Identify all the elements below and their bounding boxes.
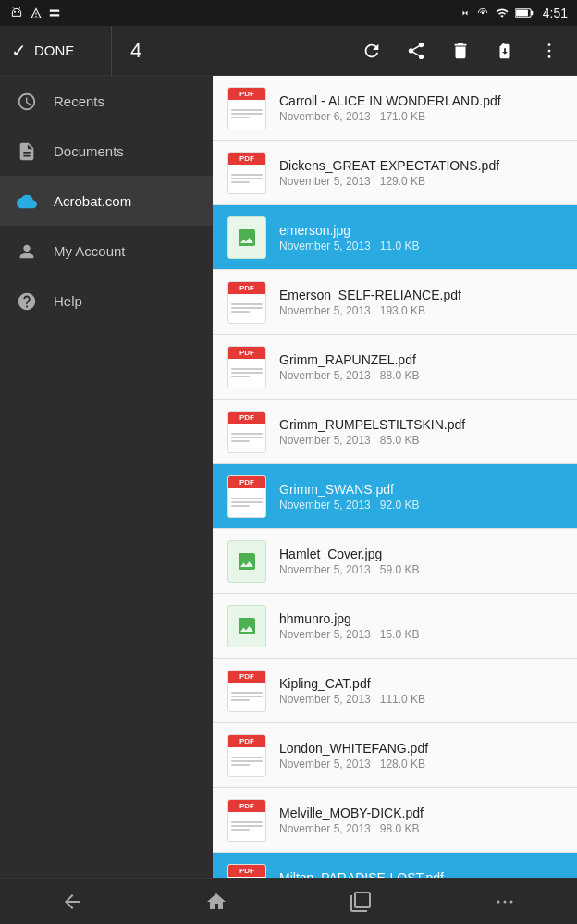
file-item[interactable]: PDF Carroll - ALICE IN WONDERLAND.pdf No… (213, 76, 577, 141)
file-info: Grimm_SWANS.pdf November 5, 2013 92.0 KB (279, 482, 564, 511)
status-icons-left (9, 6, 61, 20)
pdf-icon: PDF (227, 281, 266, 324)
file-icon-wrap: PDF (226, 346, 268, 388)
main-content: Recents Documents Acrobat.com (0, 76, 577, 878)
clock-icon (15, 89, 39, 113)
file-name: Grimm_SWANS.pdf (279, 482, 564, 497)
help-icon (15, 289, 39, 313)
file-name: Melville_MOBY-DICK.pdf (279, 806, 564, 820)
pdf-icon: PDF (227, 411, 266, 453)
file-info: Kipling_CAT.pdf November 5, 2013 111.0 K… (279, 676, 564, 706)
file-info: Grimm_RUMPELSTILTSKIN.pdf November 5, 20… (279, 417, 564, 447)
file-icon-wrap: PDF (226, 281, 268, 324)
file-icon-wrap: PDF (226, 864, 268, 879)
file-item[interactable]: Hamlet_Cover.jpg November 5, 2013 59.0 K… (213, 529, 577, 594)
svg-rect-5 (50, 14, 60, 16)
file-item[interactable]: PDF Melville_MOBY-DICK.pdf November 5, 2… (213, 788, 577, 853)
file-info: Melville_MOBY-DICK.pdf November 5, 2013 … (279, 806, 564, 835)
file-info: emerson.jpg November 5, 2013 11.0 KB (279, 223, 564, 253)
storage-icon (48, 6, 61, 19)
file-item[interactable]: PDF Emerson_SELF-RELIANCE.pdf November 5… (213, 270, 577, 335)
file-icon-wrap: PDF (226, 799, 268, 842)
svg-point-6 (482, 12, 484, 14)
toolbar-done-section: ✓ DONE (0, 40, 111, 62)
sidebar-item-myaccount[interactable]: My Account (0, 226, 213, 276)
done-button[interactable]: DONE (34, 43, 74, 58)
file-name: Milton_PARADISE-LOST.pdf (279, 870, 564, 879)
svg-point-0 (14, 11, 16, 13)
alert-icon (30, 6, 43, 19)
refresh-button[interactable] (351, 31, 392, 71)
sidebar: Recents Documents Acrobat.com (0, 76, 213, 878)
file-info: London_WHITEFANG.pdf November 5, 2013 12… (279, 741, 564, 770)
file-info: Milton_PARADISE-LOST.pdf November 5, 201… (279, 870, 564, 879)
file-meta: November 5, 2013 128.0 KB (279, 758, 564, 770)
file-item[interactable]: PDF Kipling_CAT.pdf November 5, 2013 111… (213, 659, 577, 723)
file-list[interactable]: PDF Carroll - ALICE IN WONDERLAND.pdf No… (213, 76, 577, 878)
svg-point-10 (548, 43, 551, 46)
wifi-icon (495, 6, 509, 19)
status-icons-right: 4:51 (460, 6, 568, 20)
svg-point-11 (548, 49, 551, 52)
file-item[interactable]: PDF Grimm_RAPUNZEL.pdf November 5, 2013 … (213, 335, 577, 400)
svg-point-15 (510, 900, 513, 903)
file-icon-wrap: PDF (226, 475, 268, 518)
svg-point-13 (497, 900, 500, 903)
sidebar-label-acrobat: Acrobat.com (54, 193, 131, 209)
file-item[interactable]: PDF Grimm_SWANS.pdf November 5, 2013 92.… (213, 464, 577, 529)
check-icon: ✓ (11, 40, 27, 62)
pdf-icon: PDF (227, 87, 266, 129)
pdf-icon: PDF (227, 670, 266, 712)
file-name: emerson.jpg (279, 223, 564, 238)
bluetooth-icon (460, 6, 471, 20)
file-icon-wrap: PDF (226, 411, 268, 453)
file-item[interactable]: hhmunro.jpg November 5, 2013 15.0 KB (213, 594, 577, 659)
svg-point-14 (504, 900, 507, 903)
file-meta: November 5, 2013 129.0 KB (279, 175, 564, 188)
svg-point-12 (548, 55, 551, 58)
pdf-icon: PDF (227, 864, 266, 879)
toolbar: ✓ DONE 4 (0, 26, 577, 76)
file-item[interactable]: PDF Dickens_GREAT-EXPECTATIONS.pdf Novem… (213, 141, 577, 205)
image-icon (227, 605, 266, 647)
file-meta: November 5, 2013 85.0 KB (279, 434, 564, 447)
svg-rect-9 (516, 10, 528, 16)
selection-count: 4 (112, 39, 344, 63)
android-icon (9, 6, 24, 20)
file-item[interactable]: PDF Milton_PARADISE-LOST.pdf November 5,… (213, 853, 577, 878)
export-button[interactable] (485, 31, 525, 71)
file-icon-wrap: PDF (226, 152, 268, 194)
sidebar-label-recents: Recents (54, 93, 104, 109)
sidebar-item-recents[interactable]: Recents (0, 76, 213, 126)
file-meta: November 5, 2013 88.0 KB (279, 369, 564, 382)
sidebar-item-help[interactable]: Help (0, 276, 213, 326)
file-item[interactable]: PDF Grimm_RUMPELSTILTSKIN.pdf November 5… (213, 400, 577, 464)
file-icon-wrap: PDF (226, 87, 268, 129)
share-button[interactable] (396, 31, 436, 71)
image-icon (227, 216, 266, 259)
delete-button[interactable] (440, 31, 481, 71)
file-name: hhmunro.jpg (279, 611, 564, 626)
overflow-button[interactable] (477, 879, 533, 925)
file-info: Dickens_GREAT-EXPECTATIONS.pdf November … (279, 158, 564, 188)
file-info: Hamlet_Cover.jpg November 5, 2013 59.0 K… (279, 547, 564, 576)
sidebar-item-documents[interactable]: Documents (0, 126, 213, 176)
acrobat-icon (15, 189, 39, 213)
recents-button[interactable] (333, 879, 388, 925)
file-item[interactable]: emerson.jpg November 5, 2013 11.0 KB (213, 205, 577, 270)
svg-rect-4 (50, 10, 60, 12)
file-icon-wrap (226, 605, 268, 647)
file-name: Grimm_RAPUNZEL.pdf (279, 352, 564, 367)
svg-rect-8 (531, 11, 533, 15)
status-bar: 4:51 (0, 0, 577, 26)
pdf-icon: PDF (227, 799, 266, 842)
more-button[interactable] (529, 31, 570, 71)
file-icon-wrap (226, 540, 268, 583)
file-info: Carroll - ALICE IN WONDERLAND.pdf Novemb… (279, 93, 564, 123)
sidebar-item-acrobat[interactable]: Acrobat.com (0, 176, 213, 226)
home-button[interactable] (189, 879, 244, 925)
pdf-icon: PDF (227, 346, 266, 388)
pdf-icon: PDF (227, 734, 266, 777)
file-item[interactable]: PDF London_WHITEFANG.pdf November 5, 201… (213, 723, 577, 788)
back-button[interactable] (44, 879, 100, 925)
